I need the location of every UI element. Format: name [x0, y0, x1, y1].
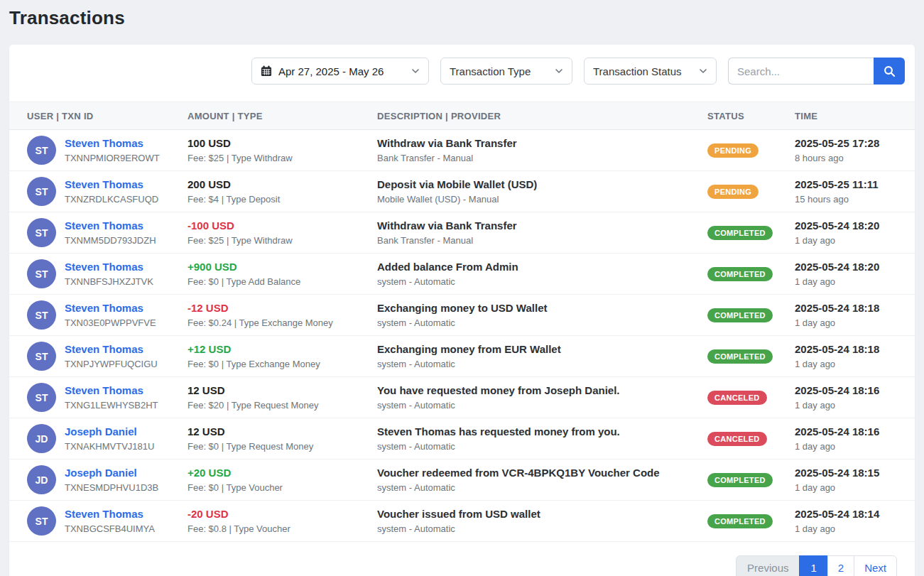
fee-and-type: Fee: $20 | Type Request Money — [187, 400, 366, 411]
avatar: ST — [27, 218, 56, 247]
status-badge: COMPLETED — [707, 349, 773, 364]
transaction-status-label: Transaction Status — [593, 65, 682, 77]
transaction-type-label: Transaction Type — [450, 65, 531, 77]
transaction-time-ago: 1 day ago — [795, 235, 909, 246]
avatar: ST — [27, 506, 56, 536]
transaction-time-ago: 1 day ago — [795, 317, 909, 328]
transaction-time-ago: 1 day ago — [795, 400, 909, 411]
avatar: ST — [27, 300, 56, 330]
provider: Bank Transfer - Manual — [377, 153, 696, 163]
transaction-time-ago: 1 day ago — [795, 359, 909, 369]
txn-id: TXNAKHMVTVJ181U — [65, 441, 154, 452]
pagination-next-button[interactable]: Next — [854, 555, 897, 576]
status-badge: COMPLETED — [707, 267, 773, 281]
calendar-icon — [261, 65, 272, 77]
search-button[interactable] — [874, 58, 905, 85]
column-header-user: USER | TXN ID — [9, 102, 182, 130]
user-link[interactable]: Joseph Daniel — [65, 467, 158, 480]
transaction-time-ago: 1 day ago — [795, 482, 909, 493]
pagination-page-1[interactable]: 1 — [799, 555, 827, 576]
transactions-card: Apr 27, 2025 - May 26 Transaction Type T… — [9, 45, 915, 576]
search-group — [728, 58, 905, 85]
status-badge: COMPLETED — [707, 226, 773, 240]
txn-id: TXNPJYWPFUQCIGU — [65, 359, 158, 369]
table-header-row: USER | TXN ID AMOUNT | TYPE DESCRIPTION … — [9, 102, 915, 130]
amount: -20 USD — [187, 508, 366, 521]
transaction-date: 2025-05-24 18:16 — [795, 425, 909, 439]
fee-and-type: Fee: $0.8 | Type Voucher — [187, 523, 366, 534]
transaction-date: 2025-05-24 18:20 — [795, 261, 909, 274]
user-link[interactable]: Steven Thomas — [65, 302, 156, 315]
description: Voucher redeemed from VCR-4BPKQ1BY Vouch… — [377, 467, 696, 480]
avatar: ST — [27, 177, 56, 206]
pagination-page-2[interactable]: 2 — [827, 555, 854, 576]
fee-and-type: Fee: $25 | Type Withdraw — [187, 235, 366, 246]
provider: system - Automatic — [377, 523, 696, 534]
date-range-picker[interactable]: Apr 27, 2025 - May 26 — [251, 58, 429, 85]
table-row: ST Steven Thomas TXNNBFSJHXZJTVK +900 US… — [9, 254, 915, 295]
table-row: ST Steven Thomas TXNG1LEWHYSB2HT 12 USD … — [9, 377, 915, 418]
avatar: ST — [27, 259, 56, 288]
amount: +12 USD — [187, 343, 366, 357]
chevron-down-icon — [411, 67, 420, 75]
fee-and-type: Fee: $0 | Type Add Balance — [187, 276, 366, 287]
avatar: ST — [27, 383, 56, 412]
description: Withdraw via Bank Transfer — [377, 137, 696, 151]
user-link[interactable]: Steven Thomas — [65, 384, 158, 398]
table-row: JD Joseph Daniel TXNAKHMVTVJ181U 12 USD … — [9, 418, 915, 460]
amount: 12 USD — [187, 384, 366, 398]
status-badge: PENDING — [707, 143, 759, 158]
status-badge: COMPLETED — [707, 514, 773, 528]
description: Exchanging money from EUR Wallet — [377, 343, 696, 357]
user-link[interactable]: Steven Thomas — [65, 219, 156, 233]
user-link[interactable]: Steven Thomas — [65, 137, 160, 151]
status-badge: CANCELED — [707, 432, 767, 446]
user-link[interactable]: Steven Thomas — [65, 178, 158, 192]
user-link[interactable]: Steven Thomas — [65, 343, 158, 357]
transaction-type-select[interactable]: Transaction Type — [440, 58, 572, 85]
user-link[interactable]: Steven Thomas — [65, 261, 153, 274]
user-link[interactable]: Steven Thomas — [65, 508, 155, 521]
fee-and-type: Fee: $0 | Type Exchange Money — [187, 359, 366, 369]
fee-and-type: Fee: $0 | Type Voucher — [187, 482, 366, 493]
user-link[interactable]: Joseph Daniel — [65, 425, 154, 439]
provider: system - Automatic — [377, 482, 696, 493]
search-input[interactable] — [728, 58, 874, 85]
column-header-time: TIME — [789, 102, 915, 130]
transaction-date: 2025-05-25 17:28 — [795, 137, 909, 151]
avatar: JD — [27, 424, 56, 453]
description: Added balance From Admin — [377, 261, 696, 274]
txn-id: TXN03E0PWPPVFVE — [65, 317, 156, 328]
transaction-time-ago: 15 hours ago — [795, 194, 909, 205]
status-badge: COMPLETED — [707, 308, 773, 322]
column-header-description: DESCRIPTION | PROVIDER — [371, 102, 702, 130]
table-row: ST Steven Thomas TXNNPMIOR9EROWT 100 USD… — [9, 130, 915, 171]
provider: system - Automatic — [377, 276, 696, 287]
transaction-status-select[interactable]: Transaction Status — [584, 58, 717, 85]
amount: 200 USD — [187, 178, 366, 192]
transaction-time-ago: 1 day ago — [795, 523, 909, 534]
transaction-date: 2025-05-25 11:11 — [795, 178, 909, 192]
fee-and-type: Fee: $0 | Type Request Money — [187, 441, 366, 452]
transaction-date: 2025-05-24 18:20 — [795, 219, 909, 233]
txn-id: TXNMM5DD793JDZH — [65, 235, 156, 246]
table-row: ST Steven Thomas TXNBGCSFB4UIMYA -20 USD… — [9, 501, 915, 542]
txn-id: TXNNPMIOR9EROWT — [65, 153, 160, 163]
fee-and-type: Fee: $4 | Type Deposit — [187, 194, 366, 205]
txn-id: TXNZRDLKCASFUQD — [65, 194, 158, 205]
fee-and-type: Fee: $25 | Type Withdraw — [187, 153, 366, 163]
amount: +900 USD — [187, 261, 366, 274]
txn-id: TXNBGCSFB4UIMYA — [65, 523, 155, 534]
fee-and-type: Fee: $0.24 | Type Exchange Money — [187, 317, 366, 328]
transaction-date: 2025-05-24 18:16 — [795, 384, 909, 398]
avatar: ST — [27, 136, 56, 165]
table-row: JD Joseph Daniel TXNESMDPHVU1D3B +20 USD… — [9, 460, 915, 501]
amount: 100 USD — [187, 137, 366, 151]
table-row: ST Steven Thomas TXNZRDLKCASFUQD 200 USD… — [9, 171, 915, 212]
status-badge: CANCELED — [707, 391, 767, 405]
table-row: ST Steven Thomas TXN03E0PWPPVFVE -12 USD… — [9, 295, 915, 336]
pagination: Previous 1 2 Next — [9, 542, 915, 576]
pagination-previous-button[interactable]: Previous — [736, 555, 800, 576]
column-header-amount: AMOUNT | TYPE — [182, 102, 371, 130]
status-badge: PENDING — [707, 185, 759, 199]
